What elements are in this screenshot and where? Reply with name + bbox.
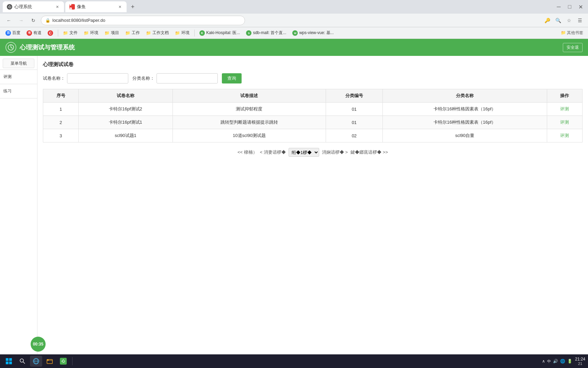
cell-action-2: 评测	[547, 116, 582, 129]
paper-name-group: 试卷名称：	[43, 73, 128, 83]
more-bookmarks[interactable]: 📁 其他书签	[559, 30, 585, 36]
cell-catname-1: 卡特尔16种性格因素表（16pf）	[382, 103, 547, 116]
bookmark-env2-label: 环境	[181, 30, 190, 36]
data-table: 序号 试卷名称 试卷描述 分类编号 分类名称 操作 1 卡特尔1	[43, 89, 583, 142]
page-next[interactable]: 消娴谙椤◆ >	[322, 149, 348, 155]
bookmark-separator-1	[58, 30, 58, 36]
bookmark-env1-label: 环境	[90, 30, 98, 36]
sidebar-item-eval[interactable]: 评测	[0, 71, 37, 82]
svg-rect-4	[9, 358, 12, 361]
bookmark-kaki[interactable]: K Kaki-Hospital: 医...	[197, 29, 243, 37]
bookmark-c[interactable]: C	[45, 29, 56, 37]
maximize-button[interactable]: □	[565, 2, 574, 12]
app-wrapper: 心理测试与管理系统 安全退 菜单导航 评测 练习 心理测试试卷	[0, 39, 588, 368]
tab-item-2[interactable]: ▶ 像 像鱼 ✕	[65, 1, 127, 12]
full-page: 心 心理系统 ✕ ▶ 像 像鱼 ✕ + ─ □ ✕ ← → ↻ 🔒 localh…	[0, 0, 588, 368]
main-content: 心理测试试卷 试卷名称： 分类名称： 查询	[37, 56, 588, 368]
action-link-3[interactable]: 评测	[560, 133, 569, 138]
window-controls: ─ □ ✕	[554, 2, 585, 12]
bookmark-sdb-icon: s	[246, 30, 251, 36]
taskbar-speaker[interactable]: 🔊	[553, 359, 558, 364]
bookmark-baidu[interactable]: 百 百度	[3, 29, 23, 37]
page-last[interactable]: 鍵◆鎯庣谙椤◆ >>	[350, 149, 388, 155]
category-name-input[interactable]	[157, 73, 218, 83]
back-button[interactable]: ←	[4, 16, 14, 25]
tab-close-2[interactable]: ✕	[117, 4, 122, 10]
search-icon[interactable]: 🔍	[554, 16, 562, 25]
taskbar-clock[interactable]: 21:24 21	[575, 357, 585, 366]
taskbar-search[interactable]	[16, 356, 29, 367]
taskbar-lang[interactable]: 中	[547, 359, 551, 364]
action-link-1[interactable]: 评测	[560, 106, 569, 111]
bookmark-separator-2	[194, 30, 195, 36]
bookmark-icon[interactable]: ☆	[565, 16, 573, 25]
new-tab-button[interactable]: +	[128, 2, 137, 12]
bookmark-work[interactable]: 📁 工作	[122, 29, 143, 37]
action-link-2[interactable]: 评测	[560, 120, 569, 125]
cell-seq-3: 3	[43, 129, 79, 142]
minimize-button[interactable]: ─	[554, 2, 564, 12]
bookmark-project[interactable]: 📁 项目	[102, 29, 122, 37]
sidebar-divider-3	[0, 98, 37, 98]
address-input[interactable]: 🔒 localhost:8080/listPaper.do	[41, 16, 245, 25]
windows-icon	[5, 358, 12, 365]
svg-line-2	[11, 47, 13, 48]
close-button[interactable]: ✕	[576, 2, 585, 12]
svg-point-7	[20, 359, 23, 362]
cell-name-3: scl90试题1	[79, 129, 173, 142]
bookmark-file[interactable]: 📁 文件	[60, 29, 80, 37]
key-icon[interactable]: 🔑	[543, 16, 551, 25]
table-body: 1 卡特尔16pf测试2 测试抑郁程度 01 卡特尔16种性格因素表（16pf）…	[43, 103, 583, 142]
taskbar-explorer[interactable]	[44, 356, 56, 367]
page-prev[interactable]: < 消妻谙椤◆	[260, 149, 286, 155]
col-desc: 试卷描述	[173, 89, 326, 103]
section-title: 心理测试试卷	[43, 61, 583, 68]
cell-action-1: 评测	[547, 103, 582, 116]
address-bar: ← → ↻ 🔒 localhost:8080/listPaper.do 🔑 🔍 …	[0, 14, 588, 27]
reload-button[interactable]: ↻	[29, 16, 38, 25]
paper-name-input[interactable]	[67, 73, 128, 83]
bookmark-env2[interactable]: 📁 环境	[172, 29, 192, 37]
menu-icon[interactable]: ☰	[576, 16, 584, 25]
taskbar-search-icon	[19, 358, 26, 365]
bookmark-youdao-icon: 有	[27, 30, 32, 36]
app-logo	[5, 42, 16, 53]
bookmark-work-label: 工作	[132, 30, 140, 36]
cell-action-3: 评测	[547, 129, 582, 142]
taskbar-browser[interactable]	[30, 356, 42, 367]
explorer-icon	[46, 358, 53, 365]
sidebar-item-practice[interactable]: 练习	[0, 86, 37, 97]
browser-icon	[33, 358, 39, 365]
taskbar-battery[interactable]: 🔋	[567, 359, 572, 364]
bookmark-youdao[interactable]: 有 有道	[24, 29, 44, 37]
taskbar-network[interactable]: 🌐	[560, 359, 565, 364]
folder-icon-4: 📁	[125, 31, 130, 35]
bookmark-workdoc[interactable]: 📁 工作文档	[143, 29, 172, 37]
bookmark-wps[interactable]: w wps-view-vue: 基...	[290, 29, 336, 37]
taskbar-app[interactable]: 心	[57, 356, 69, 367]
tab-close-1[interactable]: ✕	[54, 4, 60, 10]
security-button[interactable]: 安全退	[563, 43, 583, 52]
table-row: 2 卡特尔16pf测试1 跳转型判断题请根据提示跳转 01 卡特尔16种性格因素…	[43, 116, 583, 129]
col-name: 试卷名称	[79, 89, 173, 103]
url-text: localhost:8080/listPaper.do	[52, 18, 105, 23]
address-icons: 🔑 🔍 ☆ ☰	[543, 16, 584, 25]
folder-icon-3: 📁	[104, 31, 110, 35]
taskbar-chevron[interactable]: ∧	[542, 359, 545, 364]
bookmark-sdb[interactable]: s sdb-mall: 首个直...	[243, 29, 289, 37]
folder-icon-5: 📁	[146, 31, 151, 35]
bookmark-wps-label: wps-view-vue: 基...	[299, 30, 333, 36]
search-button[interactable]: 查询	[222, 73, 242, 83]
forward-button[interactable]: →	[16, 16, 26, 25]
bookmark-env1[interactable]: 📁 环境	[81, 29, 101, 37]
page-first[interactable]: << 棣楠）	[238, 149, 257, 155]
cell-desc-3: 10道scl90测试题	[173, 129, 326, 142]
taskbar-start[interactable]	[3, 356, 15, 367]
svg-rect-3	[6, 358, 9, 361]
app-title: 心理测试与管理系统	[20, 43, 75, 51]
tab-favicon-1: 心	[7, 4, 12, 10]
sidebar-nav-btn[interactable]: 菜单导航	[3, 59, 34, 68]
tab-item-1[interactable]: 心 心理系统 ✕	[3, 1, 64, 12]
page-select[interactable]: 绗◆1椤◆	[289, 148, 319, 157]
cell-name-1: 卡特尔16pf测试2	[79, 103, 173, 116]
